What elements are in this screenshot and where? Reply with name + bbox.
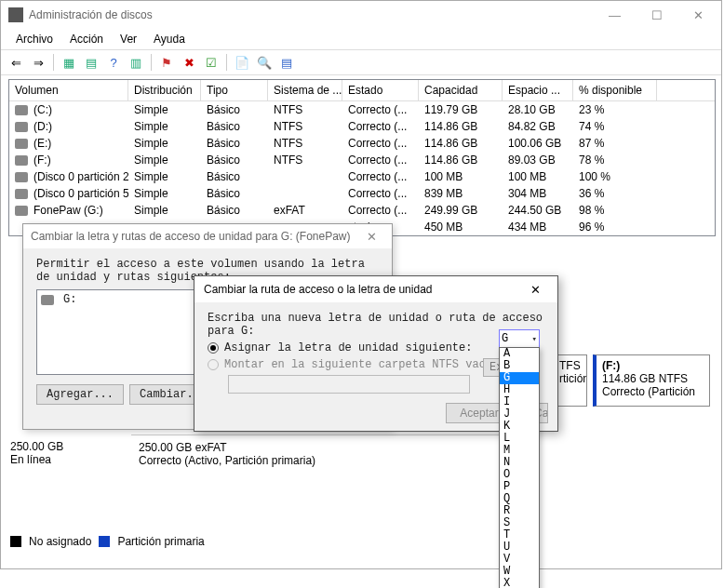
maximize-button[interactable]: ☐ bbox=[636, 2, 677, 28]
cell: 839 MB bbox=[419, 185, 503, 202]
dropdown-option[interactable]: X bbox=[500, 578, 539, 588]
cell: Simple bbox=[128, 202, 201, 219]
cell: 84.82 GB bbox=[503, 118, 573, 135]
view2-icon[interactable]: ▤ bbox=[82, 53, 101, 72]
table-row[interactable]: (E:)SimpleBásicoNTFSCorrecto (...114.86 … bbox=[9, 135, 715, 152]
table-row[interactable]: (C:)SimpleBásicoNTFSCorrecto (...119.79 … bbox=[9, 101, 715, 118]
opt-assign-label: Asignar la letra de unidad siguiente: bbox=[224, 341, 472, 354]
cell: NTFS bbox=[268, 135, 342, 152]
radio-mount-folder[interactable] bbox=[208, 359, 219, 370]
cell: Básico bbox=[201, 185, 268, 202]
drive-icon bbox=[15, 122, 28, 132]
partition-f[interactable]: (F:) 114.86 GB NTFS Correcto (Partición bbox=[593, 354, 710, 407]
menu-accion[interactable]: Acción bbox=[62, 31, 111, 47]
cell: Simple bbox=[128, 168, 201, 185]
disk-summary: 250.00 GB En línea bbox=[10, 440, 63, 466]
drive-icon bbox=[41, 295, 54, 305]
dlg2-close-icon[interactable]: ✕ bbox=[522, 283, 548, 297]
table-row[interactable]: (Disco 0 partición 5)SimpleBásicoCorrect… bbox=[9, 185, 715, 202]
minimize-button[interactable]: — bbox=[594, 2, 636, 28]
cell: 78 % bbox=[573, 152, 657, 168]
cell: Correcto (... bbox=[342, 118, 419, 135]
cell: Básico bbox=[201, 168, 268, 185]
column-header[interactable]: Tipo bbox=[201, 80, 268, 100]
close-button[interactable]: ✕ bbox=[677, 2, 719, 28]
cell: 98 % bbox=[573, 202, 657, 219]
cell: (Disco 0 partición 5) bbox=[9, 185, 128, 202]
view3-icon[interactable]: ▥ bbox=[127, 53, 145, 72]
cell: Correcto (... bbox=[342, 185, 419, 202]
disk-state: En línea bbox=[10, 453, 63, 466]
list-icon[interactable]: ▤ bbox=[277, 53, 296, 72]
cell: (F:) bbox=[9, 152, 128, 168]
delete-icon[interactable]: ✖ bbox=[180, 53, 198, 72]
drive-icon bbox=[15, 189, 28, 199]
window-title: Administración de discos bbox=[29, 8, 594, 21]
part-g-status: Correcto (Activo, Partición primaria) bbox=[139, 454, 524, 467]
table-row[interactable]: (D:)SimpleBásicoNTFSCorrecto (...114.86 … bbox=[9, 118, 715, 135]
cell: 74 % bbox=[573, 118, 657, 135]
column-header[interactable]: Espacio ... bbox=[503, 80, 573, 100]
column-header[interactable]: Capacidad bbox=[419, 80, 503, 100]
combo-value: G bbox=[502, 332, 508, 345]
drive-letter-combo[interactable]: G ▾ bbox=[499, 329, 540, 348]
cell: Simple bbox=[128, 118, 201, 135]
column-header[interactable]: % disponible bbox=[573, 80, 657, 100]
table-row[interactable]: (F:)SimpleBásicoNTFSCorrecto (...114.86 … bbox=[9, 152, 715, 168]
partition-g[interactable]: 250.00 GB exFAT Correcto (Activo, Partic… bbox=[131, 434, 531, 473]
column-header[interactable]: Sistema de ... bbox=[268, 80, 342, 100]
cell: Simple bbox=[128, 135, 201, 152]
table-row[interactable]: (Disco 0 partición 2)SimpleBásicoCorrect… bbox=[9, 168, 715, 185]
view1-icon[interactable]: ▦ bbox=[60, 53, 78, 72]
menu-archivo[interactable]: Archivo bbox=[8, 31, 60, 47]
help-icon[interactable]: ? bbox=[104, 53, 123, 72]
app-icon bbox=[8, 7, 23, 22]
column-header[interactable]: Estado bbox=[342, 80, 419, 100]
table-row[interactable]: FonePaw (G:)SimpleBásicoexFATCorrecto (.… bbox=[9, 202, 715, 219]
cell: 244.50 GB bbox=[503, 202, 573, 219]
cell: 96 % bbox=[573, 219, 657, 235]
cell: Básico bbox=[201, 118, 268, 135]
flag-icon[interactable]: ⚑ bbox=[157, 53, 176, 72]
legend-primary: Partición primaria bbox=[117, 535, 204, 548]
cell: 434 MB bbox=[503, 219, 573, 235]
cell bbox=[268, 168, 342, 185]
cell: 119.79 GB bbox=[419, 101, 503, 118]
new-icon[interactable]: 📄 bbox=[233, 53, 251, 72]
part-f-size: 114.86 GB NTFS bbox=[602, 372, 704, 385]
cell: 28.10 GB bbox=[503, 101, 573, 118]
drive-icon bbox=[15, 139, 28, 149]
cell: (Disco 0 partición 2) bbox=[9, 168, 128, 185]
menu-ayuda[interactable]: Ayuda bbox=[146, 31, 193, 47]
back-icon[interactable]: ⇐ bbox=[7, 53, 25, 72]
cell: 450 MB bbox=[419, 219, 503, 235]
check-icon[interactable]: ☑ bbox=[202, 53, 221, 72]
cell: Correcto (... bbox=[342, 152, 419, 168]
drive-icon bbox=[15, 105, 28, 115]
cell: Básico bbox=[201, 101, 268, 118]
cell: 89.03 GB bbox=[503, 152, 573, 168]
cell: (C:) bbox=[9, 101, 128, 118]
dlg1-title: Cambiar la letra y rutas de acceso de un… bbox=[31, 230, 358, 243]
dlg1-close-icon[interactable]: ✕ bbox=[358, 230, 384, 244]
agregar-button[interactable]: Agregar... bbox=[36, 384, 124, 405]
column-header[interactable]: Distribución bbox=[128, 80, 201, 100]
drive-letter-dropdown[interactable]: ABGHIJKLMNOPQRSTUVWXYZ bbox=[499, 347, 540, 588]
cell: NTFS bbox=[268, 152, 342, 168]
disk-size: 250.00 GB bbox=[10, 440, 63, 453]
part-f-name: (F:) bbox=[602, 359, 704, 372]
cell: 114.86 GB bbox=[419, 118, 503, 135]
frag-fs: TFS bbox=[559, 359, 581, 372]
cell: Correcto (... bbox=[342, 135, 419, 152]
column-header[interactable]: Volumen bbox=[9, 80, 128, 100]
forward-icon[interactable]: ⇒ bbox=[29, 53, 47, 72]
titlebar: Administración de discos — ☐ ✕ bbox=[1, 1, 721, 29]
menu-ver[interactable]: Ver bbox=[113, 31, 144, 47]
cell: Correcto (... bbox=[342, 202, 419, 219]
search-icon[interactable]: 🔍 bbox=[255, 53, 274, 72]
mount-path-input bbox=[228, 375, 470, 394]
cell: 100 MB bbox=[419, 168, 503, 185]
cell: 100 % bbox=[573, 168, 657, 185]
radio-assign-letter[interactable] bbox=[208, 342, 219, 354]
cell: (D:) bbox=[9, 118, 128, 135]
